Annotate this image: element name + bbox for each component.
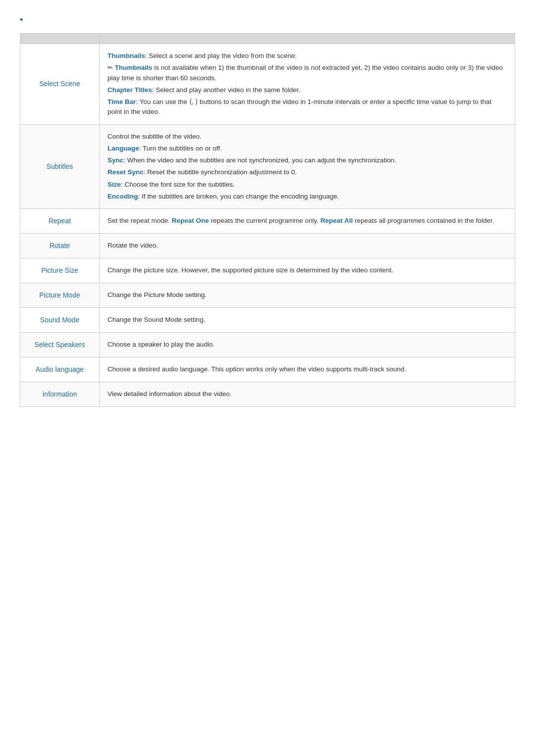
column-header-function [20, 34, 100, 44]
description-cell: Change the picture size. However, the su… [100, 258, 515, 283]
function-cell: Rotate [20, 234, 100, 258]
table-row: SubtitlesControl the subtitle of the vid… [20, 124, 515, 209]
function-cell: Subtitles [20, 124, 100, 209]
desc-para: Sync: When the video and the subtitles a… [107, 155, 507, 165]
desc-note: ✏ Thumbnails is not available when 1) th… [107, 63, 507, 83]
description-cell: Change the Sound Mode setting. [100, 308, 515, 333]
column-header-description [100, 34, 515, 44]
description-cell: Choose a speaker to play the audio. [100, 333, 515, 357]
description-cell: Set the repeat mode. Repeat One repeats … [100, 209, 515, 234]
desc-para: Thumbnails: Select a scene and play the … [107, 51, 507, 61]
function-cell: Audio language [20, 357, 100, 382]
table-row: InformationView detailed information abo… [20, 382, 515, 407]
desc-para: Time Bar: You can use the ⟨, ⟩ buttons t… [107, 97, 507, 117]
function-cell: Information [20, 382, 100, 407]
table-header-row [20, 34, 515, 44]
table-row: RepeatSet the repeat mode. Repeat One re… [20, 209, 515, 234]
function-cell: Picture Size [20, 258, 100, 283]
bullet-dot: • [20, 15, 23, 25]
table-row: Sound ModeChange the Sound Mode setting. [20, 308, 515, 333]
desc-para: Control the subtitle of the video. [107, 132, 507, 142]
function-cell: Select Scene [20, 44, 100, 125]
desc-para: Size: Choose the font size for the subti… [107, 180, 507, 190]
table-row: Picture ModeChange the Picture Mode sett… [20, 283, 515, 308]
description-cell: Change the Picture Mode setting. [100, 283, 515, 308]
table-row: Audio languageChoose a desired audio lan… [20, 357, 515, 382]
function-cell: Sound Mode [20, 308, 100, 333]
desc-para: Encoding: If the subtitles are broken, y… [107, 192, 507, 202]
desc-para: Set the repeat mode. Repeat One repeats … [107, 216, 507, 226]
description-cell: Rotate the video. [100, 234, 515, 258]
function-cell: Repeat [20, 209, 100, 234]
description-cell: Thumbnails: Select a scene and play the … [100, 44, 515, 125]
desc-para: Language: Turn the subtitles on or off. [107, 144, 507, 153]
desc-para: Reset Sync: Reset the subtitle synchroni… [107, 167, 507, 177]
functions-table: Select SceneThumbnails: Select a scene a… [20, 33, 515, 407]
table-row: Select SceneThumbnails: Select a scene a… [20, 44, 515, 125]
description-cell: Control the subtitle of the video.Langua… [100, 124, 515, 209]
settings-bullet: • [20, 15, 515, 25]
table-row: Picture SizeChange the picture size. How… [20, 258, 515, 283]
table-row: Select SpeakersChoose a speaker to play … [20, 333, 515, 357]
description-cell: View detailed information about the vide… [100, 382, 515, 407]
function-cell: Select Speakers [20, 333, 100, 357]
desc-para: Chapter Titles: Select and play another … [107, 85, 507, 95]
description-cell: Choose a desired audio language. This op… [100, 357, 515, 382]
table-row: RotateRotate the video. [20, 234, 515, 258]
function-cell: Picture Mode [20, 283, 100, 308]
